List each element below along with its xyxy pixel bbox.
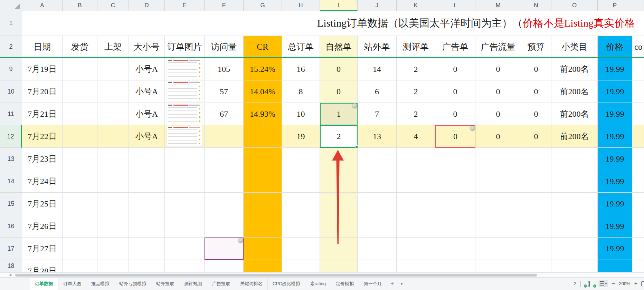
cell-F13[interactable] (205, 148, 244, 170)
sheet-tab-广告投放[interactable]: 广告投放 (207, 278, 235, 290)
cell-H13[interactable] (282, 148, 320, 170)
cell-A13[interactable]: 7月23日 (22, 148, 63, 170)
order-screenshot-thumbnail[interactable] (167, 104, 202, 124)
cell-P12[interactable]: 19.99 (598, 125, 632, 148)
cell-K16[interactable] (397, 215, 435, 238)
cell-C11[interactable] (97, 103, 129, 125)
cell-H18[interactable] (282, 260, 320, 272)
cell-C16[interactable] (97, 215, 129, 238)
cell-O14[interactable] (551, 170, 598, 193)
sheet-tab-定价模拟[interactable]: 定价模拟 (331, 278, 359, 290)
cell-O13[interactable] (551, 148, 598, 170)
field-header-E[interactable]: 订单图片 (165, 36, 205, 58)
order-screenshot-thumbnail[interactable] (167, 59, 202, 79)
cell-A10[interactable]: 7月20日 (22, 80, 63, 103)
zoom-out-button[interactable]: − (611, 281, 616, 287)
column-header-B[interactable]: B (63, 0, 97, 11)
cell-N14[interactable] (521, 170, 551, 193)
cell-D9[interactable]: 小号A (129, 58, 165, 80)
cell-P11[interactable]: 19.99 (598, 103, 632, 125)
cell-G9[interactable]: 15.24% (244, 58, 282, 80)
scroll-left-icon[interactable]: ◀ (9, 273, 11, 277)
field-header-A[interactable]: 日期 (22, 36, 63, 58)
sheet-tab-订单数据[interactable]: 订单数据 (30, 278, 58, 290)
cell-G16[interactable] (244, 215, 282, 238)
row-header-1[interactable]: 1 (0, 11, 22, 36)
cell-P17[interactable]: 19.99 (598, 238, 632, 260)
cell-C13[interactable] (97, 148, 129, 170)
cell-B15[interactable] (63, 193, 97, 215)
cell-A11[interactable]: 7月21日 (22, 103, 63, 125)
cell-C17[interactable] (97, 238, 129, 260)
cell-Q11[interactable] (632, 103, 644, 125)
cell-P10[interactable]: 19.99 (598, 80, 632, 103)
column-header-G[interactable]: G (244, 0, 282, 11)
cell-K15[interactable] (397, 193, 435, 215)
sheet-tab-素rating[interactable]: 素rating (305, 278, 331, 290)
field-header-L[interactable]: 广告单 (435, 36, 475, 58)
sheet-tab-测评规划[interactable]: 测评规划 (179, 278, 207, 290)
cell-B11[interactable] (63, 103, 97, 125)
cell-E9[interactable] (165, 58, 205, 80)
column-header-J[interactable]: J (358, 0, 397, 11)
cell-L16[interactable] (435, 215, 475, 238)
cell-A15[interactable]: 7月25日 (22, 193, 63, 215)
cell-J12[interactable]: 13 (358, 125, 397, 148)
cell-O15[interactable] (551, 193, 598, 215)
column-header-M[interactable]: M (475, 0, 521, 11)
cell-J16[interactable] (358, 215, 397, 238)
cell-C10[interactable] (97, 80, 129, 103)
cell-I11[interactable]: 1 (320, 103, 358, 125)
cell-A9[interactable]: 7月19日 (22, 58, 63, 80)
cell-C12[interactable] (97, 125, 129, 148)
cell-K9[interactable]: 2 (397, 58, 435, 80)
sheet-tab-站外亏损模拟[interactable]: 站外亏损模拟 (114, 278, 151, 290)
cell-E12[interactable] (165, 125, 205, 148)
column-header-D[interactable]: D (129, 0, 165, 11)
cell-M16[interactable] (475, 215, 521, 238)
select-all-corner[interactable] (0, 0, 22, 11)
cell-F15[interactable] (205, 193, 244, 215)
cell-O10[interactable]: 前200名 (551, 80, 598, 103)
cell-M10[interactable]: 0 (475, 80, 521, 103)
cell-K17[interactable] (397, 238, 435, 260)
cell-G17[interactable] (244, 238, 282, 260)
cell-H17[interactable] (282, 238, 320, 260)
cell-F16[interactable] (205, 215, 244, 238)
cell-L13[interactable] (435, 148, 475, 170)
cell-J9[interactable]: 14 (358, 58, 397, 80)
cell-H11[interactable]: 10 (282, 103, 320, 125)
sheet-tab-CPC占比模拟[interactable]: CPC占比模拟 (268, 278, 305, 290)
cell-L9[interactable]: 0 (435, 58, 475, 80)
cell-N18[interactable] (521, 260, 551, 272)
row-header-15[interactable]: 15 (0, 193, 22, 215)
cell-H16[interactable] (282, 215, 320, 238)
cell-L15[interactable] (435, 193, 475, 215)
cell-Q9[interactable] (632, 58, 644, 80)
cell-P18[interactable] (598, 260, 632, 272)
cell-I17[interactable] (320, 238, 358, 260)
cell-N13[interactable] (521, 148, 551, 170)
cell-E18[interactable] (165, 260, 205, 272)
column-header-A[interactable]: A (22, 0, 63, 11)
cell-B18[interactable] (63, 260, 97, 272)
cell-C14[interactable] (97, 170, 129, 193)
row-header-13[interactable]: 13 (0, 148, 22, 170)
column-header-N[interactable]: N (521, 0, 551, 11)
cell-K11[interactable]: 2 (397, 103, 435, 125)
field-header-G[interactable]: CR (244, 36, 282, 58)
cell-O12[interactable]: 前200名 (551, 125, 598, 148)
cell-N12[interactable]: 0 (521, 125, 551, 148)
row-header-12[interactable]: 12 (0, 125, 22, 148)
cell-H14[interactable] (282, 170, 320, 193)
field-header-M[interactable]: 广告流量 (475, 36, 521, 58)
cell-P14[interactable]: 19.99 (598, 170, 632, 193)
cell-D15[interactable] (129, 193, 165, 215)
cell-N17[interactable] (521, 238, 551, 260)
sheet-tab-订单大图[interactable]: 订单大图 (58, 278, 86, 290)
cell-J17[interactable] (358, 238, 397, 260)
cell-I18[interactable] (320, 260, 358, 272)
cell-Q16[interactable] (632, 215, 644, 238)
cell-M14[interactable] (475, 170, 521, 193)
sheet-tab-第一个月[interactable]: 第一个月 (359, 278, 387, 290)
